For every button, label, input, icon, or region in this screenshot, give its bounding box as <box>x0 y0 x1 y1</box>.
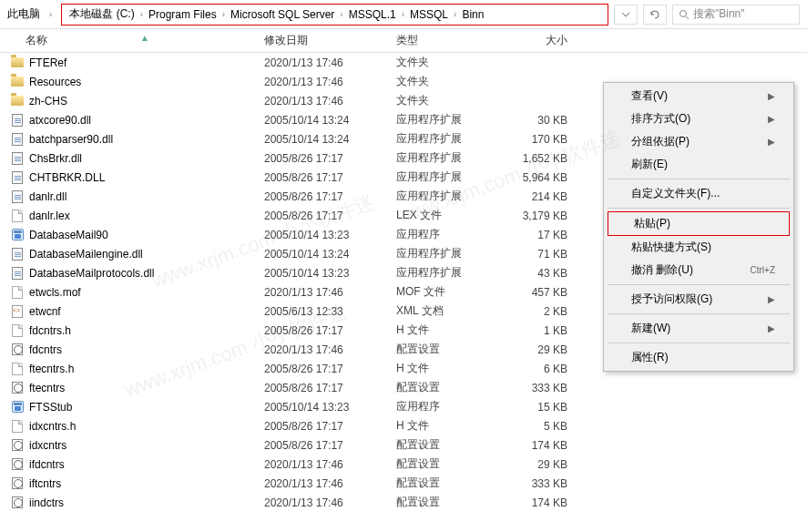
menu-item[interactable]: 查看(V)▶ <box>606 85 792 107</box>
file-date: 2020/1/13 17:46 <box>264 56 396 69</box>
sort-indicator-icon: ▲ <box>140 33 149 43</box>
file-row[interactable]: iindctrs2020/1/13 17:46配置设置174 KB <box>9 493 807 512</box>
file-date: 2020/1/13 17:46 <box>264 458 396 471</box>
menu-item-label: 撤消 删除(U) <box>631 262 693 278</box>
breadcrumb-item[interactable]: MSSQL <box>408 8 450 21</box>
file-type: 文件夹 <box>396 93 496 108</box>
file-date: 2005/6/13 12:33 <box>264 305 396 318</box>
file-name: FTSStub <box>26 401 264 414</box>
menu-separator <box>608 179 790 179</box>
menu-separator <box>608 343 790 343</box>
menu-item[interactable]: 授予访问权限(G)▶ <box>606 288 792 311</box>
file-name: DatabaseMailengine.dll <box>26 248 264 261</box>
menu-item-label: 授予访问权限(G) <box>631 292 712 307</box>
file-row[interactable]: FTERef2020/1/13 17:46文件夹 <box>9 53 807 72</box>
cfg-icon <box>9 439 26 451</box>
menu-item[interactable]: 粘贴快捷方式(S) <box>606 236 792 259</box>
column-header-type[interactable]: 类型 <box>396 33 496 48</box>
file-date: 2005/10/14 13:23 <box>264 229 396 241</box>
breadcrumb-item[interactable]: Binn <box>460 8 485 21</box>
file-size: 6 KB <box>496 363 578 375</box>
menu-item[interactable]: 撤消 删除(U)Ctrl+Z <box>606 259 792 281</box>
menu-item[interactable]: 刷新(E) <box>606 153 792 176</box>
file-type: 应用程序 <box>396 399 496 414</box>
file-type: XML 文档 <box>396 303 496 319</box>
dll-icon <box>9 190 26 203</box>
file-date: 2020/1/13 17:46 <box>264 496 396 509</box>
menu-item[interactable]: 分组依据(P)▶ <box>606 130 792 153</box>
file-size: 15 KB <box>496 401 578 414</box>
file-type: 配置设置 <box>396 495 496 510</box>
file-date: 2020/1/13 17:46 <box>264 477 396 490</box>
breadcrumb-item[interactable]: MSSQL.1 <box>347 8 398 21</box>
file-type: 配置设置 <box>396 476 496 491</box>
chevron-right-icon: ▶ <box>768 323 775 333</box>
breadcrumb-item[interactable]: 本地磁盘 (C:) <box>67 6 136 22</box>
breadcrumb[interactable]: 本地磁盘 (C:)›Program Files›Microsoft SQL Se… <box>61 4 608 26</box>
history-dropdown[interactable] <box>614 5 638 25</box>
file-name: fdcntrs.h <box>26 324 264 337</box>
menu-item-label: 属性(R) <box>631 350 669 365</box>
file-type: 应用程序 <box>396 227 496 242</box>
refresh-button[interactable] <box>643 5 667 25</box>
file-name: zh-CHS <box>26 95 264 107</box>
file-size: 71 KB <box>496 248 578 261</box>
file-date: 2020/1/13 17:46 <box>264 286 396 299</box>
menu-item[interactable]: 属性(R) <box>606 346 792 369</box>
column-header-date[interactable]: 修改日期 <box>264 33 396 48</box>
menu-item[interactable]: 新建(W)▶ <box>606 317 792 340</box>
search-input[interactable]: 搜索"Binn" <box>672 5 800 25</box>
menu-item-label: 自定义文件夹(F)... <box>631 186 720 201</box>
chevron-right-icon: ▶ <box>768 114 775 124</box>
file-date: 2005/8/26 17:17 <box>264 324 396 337</box>
chevron-right-icon: ▶ <box>768 91 775 101</box>
chevron-right-icon: ▶ <box>768 137 775 147</box>
file-date: 2005/8/26 17:17 <box>264 190 396 203</box>
breadcrumb-item[interactable]: Microsoft SQL Server <box>229 8 336 21</box>
folder-icon <box>9 77 26 87</box>
file-date: 2005/8/26 17:17 <box>264 363 396 375</box>
svg-line-1 <box>686 16 689 19</box>
file-size: 30 KB <box>496 114 578 127</box>
file-name: DatabaseMailprotocols.dll <box>26 267 264 280</box>
file-date: 2020/1/13 17:46 <box>264 95 396 107</box>
search-icon <box>679 9 690 20</box>
file-date: 2005/10/14 13:23 <box>264 267 396 280</box>
file-size: 174 KB <box>496 439 578 452</box>
menu-item-label: 新建(W) <box>631 321 670 336</box>
file-name: CHTBRKR.DLL <box>26 171 264 184</box>
file-size: 29 KB <box>496 458 578 471</box>
file-icon <box>9 324 26 337</box>
file-date: 2005/10/14 13:24 <box>264 133 396 146</box>
file-size: 170 KB <box>496 133 578 146</box>
file-type: 配置设置 <box>396 437 496 453</box>
file-name: atxcore90.dll <box>26 114 264 127</box>
file-type: 配置设置 <box>396 456 496 472</box>
file-row[interactable]: idxcntrs2005/8/26 17:17配置设置174 KB <box>9 435 807 455</box>
file-type: 应用程序扩展 <box>396 189 496 204</box>
menu-item-label: 分组依据(P) <box>631 134 690 149</box>
dll-icon <box>9 171 26 184</box>
file-name: ChsBrkr.dll <box>26 152 264 165</box>
chevron-right-icon: › <box>402 9 404 19</box>
menu-item[interactable]: 自定义文件夹(F)... <box>606 182 792 205</box>
file-name: etwcnf <box>26 305 264 318</box>
file-date: 2005/10/14 13:24 <box>264 248 396 261</box>
breadcrumb-root[interactable]: 此电脑 <box>7 6 40 22</box>
file-size: 333 KB <box>496 382 578 394</box>
file-date: 2020/1/13 17:46 <box>264 343 396 356</box>
file-name: idxcntrs <box>26 439 264 452</box>
menu-item[interactable]: 粘贴(P) <box>608 211 790 236</box>
file-row[interactable]: FTSStub2005/10/14 13:23应用程序15 KB <box>9 397 807 416</box>
file-type: 应用程序扩展 <box>396 265 496 281</box>
file-size: 174 KB <box>496 496 578 509</box>
cfg-icon <box>9 382 26 394</box>
file-icon <box>9 210 26 222</box>
file-row[interactable]: iftcntrs2020/1/13 17:46配置设置333 KB <box>9 474 807 493</box>
breadcrumb-item[interactable]: Program Files <box>147 8 219 21</box>
column-header-size[interactable]: 大小 <box>496 33 578 48</box>
file-row[interactable]: idxcntrs.h2005/8/26 17:17H 文件5 KB <box>9 416 807 435</box>
file-row[interactable]: ifdcntrs2020/1/13 17:46配置设置29 KB <box>9 455 807 474</box>
file-row[interactable]: ftecntrs2005/8/26 17:17配置设置333 KB <box>9 378 807 397</box>
menu-item[interactable]: 排序方式(O)▶ <box>606 107 792 130</box>
